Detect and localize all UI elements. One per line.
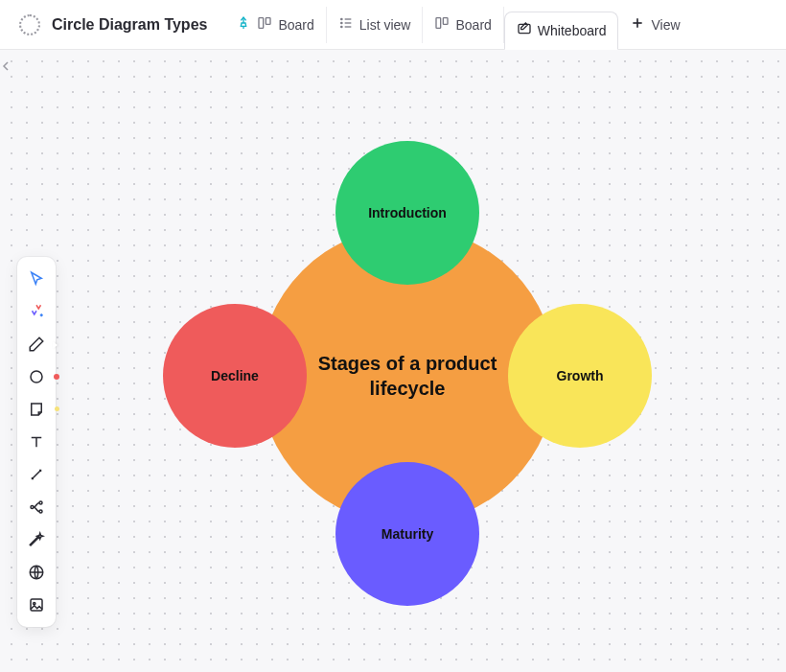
tab-label: Whiteboard <box>538 23 607 38</box>
board-icon <box>257 15 272 34</box>
tab-label: List view <box>359 17 411 33</box>
color-indicator-icon <box>54 374 59 380</box>
circle-label: Maturity <box>381 526 433 542</box>
svg-point-19 <box>34 602 35 604</box>
color-indicator-icon <box>55 406 59 411</box>
tool-ai-generate[interactable] <box>21 295 52 328</box>
flyout-indicator <box>53 341 58 349</box>
document-icon <box>19 14 40 35</box>
tool-connector[interactable] <box>21 458 52 491</box>
svg-point-6 <box>340 26 341 27</box>
tab-label: Board <box>278 17 313 33</box>
circle-label: Introduction <box>368 205 447 220</box>
tool-mindmap[interactable] <box>21 491 52 523</box>
whiteboard-canvas[interactable]: Stages of a product lifecycle Introducti… <box>0 50 786 672</box>
svg-point-4 <box>340 22 341 23</box>
whiteboard-icon <box>517 21 532 39</box>
svg-point-2 <box>340 18 341 19</box>
circle-introduction[interactable]: Introduction <box>335 141 479 285</box>
tool-web-embed[interactable] <box>21 556 52 589</box>
tool-sticky-note[interactable] <box>21 393 52 426</box>
svg-point-14 <box>31 506 34 509</box>
svg-rect-8 <box>436 18 441 29</box>
add-view-label: View <box>651 17 680 33</box>
svg-point-13 <box>31 371 42 382</box>
plus-icon <box>630 15 645 34</box>
tool-select[interactable] <box>21 263 52 295</box>
circle-label: Growth <box>557 368 604 383</box>
top-bar: Circle Diagram Types Board List view Boa… <box>0 0 786 50</box>
svg-rect-9 <box>444 18 449 25</box>
circle-growth[interactable]: Growth <box>508 304 652 448</box>
pin-icon <box>236 15 251 34</box>
svg-point-15 <box>39 501 42 504</box>
circle-maturity[interactable]: Maturity <box>335 462 479 606</box>
center-circle-label: Stages of a product lifecycle <box>302 351 513 401</box>
collapse-handle[interactable] <box>0 58 12 75</box>
board-icon <box>434 15 450 34</box>
view-tabs: Board List view Board Whiteboard View <box>224 0 691 49</box>
tool-shape[interactable] <box>21 360 52 393</box>
tab-board-pinned[interactable]: Board <box>224 7 326 43</box>
tab-whiteboard[interactable]: Whiteboard <box>504 12 619 50</box>
svg-point-16 <box>39 510 42 513</box>
toolbox <box>17 257 56 627</box>
add-view-button[interactable]: View <box>618 7 691 43</box>
svg-rect-1 <box>266 18 271 25</box>
tab-list-view[interactable]: List view <box>327 7 424 43</box>
tool-text[interactable] <box>21 426 52 458</box>
tool-pen[interactable] <box>21 328 52 360</box>
tab-board[interactable]: Board <box>423 7 503 43</box>
svg-rect-18 <box>31 599 42 611</box>
list-icon <box>338 15 354 34</box>
tool-magic[interactable] <box>21 523 52 556</box>
circle-decline[interactable]: Decline <box>163 304 307 448</box>
page-title[interactable]: Circle Diagram Types <box>52 16 207 34</box>
circle-label: Decline <box>211 368 259 383</box>
tab-label: Board <box>455 17 491 33</box>
tool-image[interactable] <box>21 589 52 621</box>
svg-rect-0 <box>259 18 264 29</box>
